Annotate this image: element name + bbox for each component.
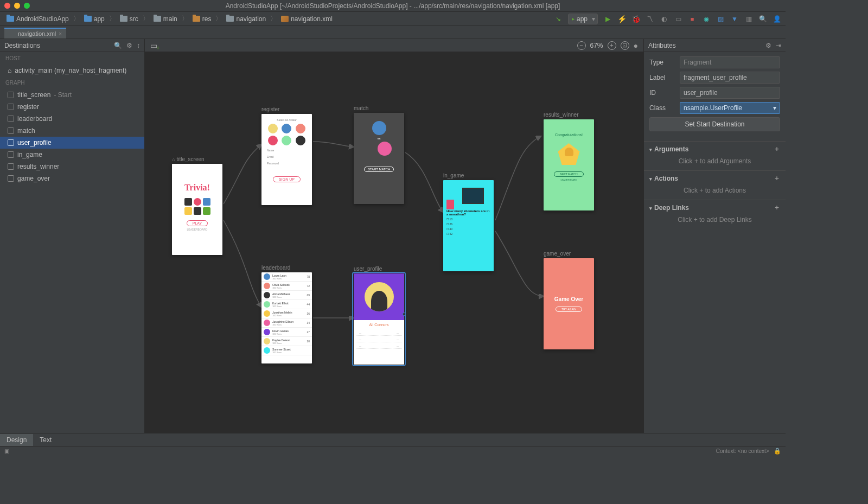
run-config-select[interactable]: ▸app [568,14,598,24]
add-destination-button[interactable]: ▭+ [150,41,157,50]
host-item[interactable]: ⌂activity_main (my_nav_host_fragment) [0,65,144,76]
editor-mode-tabs: Design Text [0,433,786,446]
lock-icon[interactable]: 🔒 [774,448,781,454]
status-bar: ▣ Context: <no context> 🔒 [0,446,786,456]
chevron-down-icon: ▾ [649,206,652,211]
layout-inspector-button[interactable]: ▼ [730,15,739,23]
xml-file-icon [281,16,289,22]
graph-item-game-over[interactable]: game_over [0,173,144,184]
arguments-section[interactable]: ▾Arguments＋ [644,142,786,156]
class-select[interactable]: nsample.UserProfile▾ [680,102,780,114]
search-icon[interactable]: 🔍 [114,42,122,49]
file-tab-navigation[interactable]: navigation.xml × [4,28,66,39]
close-window-button[interactable] [4,3,10,9]
structure-button[interactable]: ▥ [744,15,753,23]
canvas-toolbar: ▭+ − 67% + ⊡ ● [145,39,643,52]
run-button[interactable]: ▶ [603,15,612,23]
debug-button[interactable]: 🐞 [631,15,640,23]
label-field[interactable] [680,72,780,84]
leaderboard-row: Alicia Mathews100 Runs69 [261,291,312,300]
stop-button[interactable]: ■ [688,15,697,23]
graph-item-register[interactable]: register [0,101,144,113]
leaderboard-row: Lucas Leon100 Runs78 [261,272,312,282]
sync-icon[interactable]: ↘︎ [554,15,563,23]
folder-icon [154,16,161,22]
deeplinks-section[interactable]: ▾Deep Links＋ [644,200,786,215]
tool-window-button[interactable]: ▣ [4,448,9,454]
node-title-screen[interactable]: ⌂title_screen Trivia! PLAY LEADERBOARD [172,156,222,255]
zoom-out-button[interactable]: − [577,41,586,50]
home-icon: ⌂ [172,157,175,162]
graph-section-label: GRAPH [0,76,144,89]
id-field[interactable] [680,87,780,99]
crumb-file[interactable]: navigation.xml [279,14,335,24]
node-results-winner[interactable]: results_winner Congratulations! NEXT MAT… [544,112,594,210]
chevron-down-icon: ▾ [649,176,652,182]
graph-item-user-profile[interactable]: user_profile [0,137,144,149]
crumb-project[interactable]: AndroidStudioApp [4,14,71,24]
leaderboard-row: Summer Stuart100 Runs [261,346,312,355]
titlebar: AndroidStudioApp [~/AndroidStudioProject… [0,0,786,12]
avd-manager-button[interactable]: ◉ [702,15,711,23]
add-argument-button[interactable]: ＋ [774,144,780,154]
gear-icon[interactable]: ⚙ [765,42,771,49]
type-field [680,56,780,68]
actions-section[interactable]: ▾Actions＋ [644,171,786,186]
context-label: Context: <no context> [716,448,769,454]
add-deeplink-button[interactable]: ＋ [774,203,780,212]
node-leaderboard[interactable]: leaderboard Lucas Leon100 Runs78Olivia S… [261,265,312,363]
node-match[interactable]: match vs START MATCH [354,105,404,204]
nav-editor-canvas[interactable]: ▭+ − 67% + ⊡ ● ⌂titl [145,39,643,433]
zoom-window-button[interactable] [24,3,30,9]
leaderboard-row: Josephine Ellison100 Runs34 [261,318,312,328]
module-icon [84,16,92,22]
graph-item-results-winner[interactable]: results_winner [0,161,144,173]
crumb-navigation[interactable]: navigation [224,14,268,24]
folder-icon [226,16,234,22]
minimize-window-button[interactable] [14,3,20,9]
set-start-destination-button[interactable]: Set Start Destination [649,117,780,131]
search-everywhere-button[interactable]: 🔍 [758,15,767,23]
graph-item-in-game[interactable]: in_game [0,149,144,161]
apply-changes-button[interactable]: ⚡ [617,15,626,23]
zoom-fit-button[interactable]: ⊡ [621,41,629,50]
zoom-in-button[interactable]: + [608,41,616,50]
gear-icon[interactable]: ⚙ [126,42,132,49]
attributes-panel: Attributes ⚙ ⇥ Type Label ID Classnsampl… [643,39,786,433]
text-tab[interactable]: Text [33,434,58,446]
crumb-app[interactable]: app [82,14,107,24]
chevron-down-icon: ▾ [773,104,776,112]
host-section-label: HOST [0,52,144,65]
graph-item-match[interactable]: match [0,125,144,137]
node-in-game[interactable]: in_game How many kilometers are in a mar… [443,173,494,271]
action-handle[interactable] [403,312,406,316]
window-title: AndroidStudioApp [~/AndroidStudioProject… [0,2,786,10]
zoom-level: 67% [590,42,603,49]
leaderboard-row: Jonathan Melkin100 Runs36 [261,309,312,318]
profiler-button[interactable]: 〽 [646,15,654,23]
sort-icon[interactable]: ↕ [137,42,140,49]
crumb-src[interactable]: src [118,14,141,24]
node-game-over[interactable]: game_over Game Over TRY AGAIN [544,251,594,349]
attach-debugger-button[interactable]: ◐ [660,15,668,23]
leaderboard-row: Kaylee Deleon100 Runs20 [261,337,312,346]
user-avatar-icon[interactable]: 👤 [773,15,781,23]
sdk-manager-button[interactable]: ▨ [716,15,725,23]
design-tab[interactable]: Design [0,434,33,446]
graph-item-title-screen[interactable]: title_screen - Start [0,89,144,101]
close-tab-icon[interactable]: × [59,31,62,37]
attributes-title: Attributes [648,42,676,49]
device-button[interactable]: ▭ [674,15,682,23]
minimize-panel-icon[interactable]: ⇥ [776,42,781,49]
navigation-toolbar: AndroidStudioApp〉 app〉 src〉 main〉 res〉 n… [0,12,786,26]
crumb-main[interactable]: main [151,14,180,24]
node-user-profile[interactable]: user_profile Ali Connors —— —— —— [354,266,404,365]
editor-tabs: navigation.xml × [0,26,786,39]
node-register[interactable]: register Select an Avatar Name Email Pas… [261,106,312,205]
folder-icon [120,16,127,22]
graph-item-leaderboard[interactable]: leaderboard [0,113,144,125]
crumb-res[interactable]: res [190,14,214,24]
add-action-button[interactable]: ＋ [774,174,780,183]
warnings-icon[interactable]: ● [634,41,638,50]
leaderboard-row: Korbett Elliott100 Runs44 [261,300,312,309]
